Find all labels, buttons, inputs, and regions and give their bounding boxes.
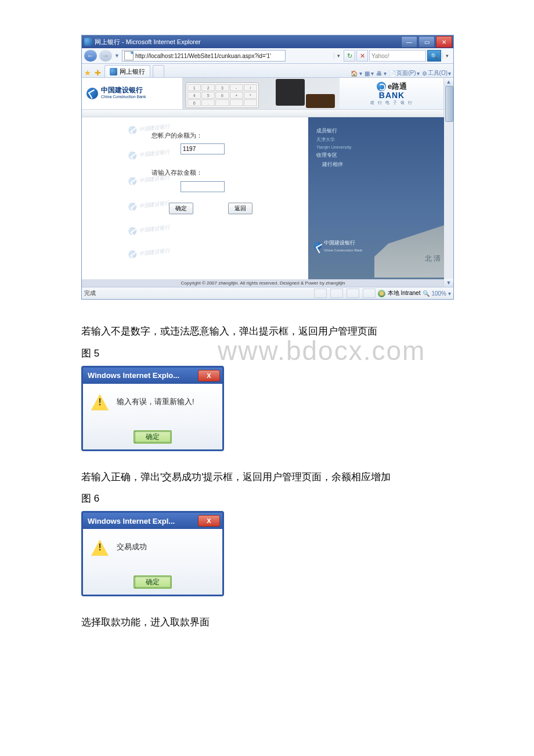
- search-input[interactable]: Yahoo!: [369, 50, 426, 62]
- building-graphic: [374, 225, 444, 278]
- amount-input[interactable]: [181, 181, 225, 192]
- browser-tab[interactable]: 网上银行: [104, 65, 150, 77]
- search-button[interactable]: 🔍: [427, 50, 441, 62]
- rp-l4: 建行相伴: [322, 161, 444, 168]
- elt-icon: [377, 82, 386, 91]
- rp-l2: Tianjin University: [316, 145, 444, 150]
- status-bar: 完成 本地 Intranet 🔍 100% ▾: [82, 287, 453, 299]
- ccb-low-brand: 中国建设银行 China Construction Bank: [314, 236, 362, 255]
- search-dropdown[interactable]: ▾: [442, 53, 451, 59]
- dialog-title-1: Windows Internet Explo...: [88, 371, 179, 380]
- close-button[interactable]: ✕: [436, 36, 452, 48]
- refresh-button[interactable]: ↻: [344, 50, 355, 62]
- description-2: 若输入正确，弹出'交易成功'提示框，返回用户管理页面，余额相应增加: [81, 469, 453, 487]
- abacus-graphic: [306, 94, 335, 108]
- error-dialog: Windows Internet Explo... X 输入有误，请重新输入! …: [81, 366, 224, 451]
- tab-ie-icon: [110, 68, 117, 75]
- address-dropdown[interactable]: ▾: [334, 53, 342, 59]
- page-content: ▲ ▼ 中国建设银行 China Construction Bank 123-/…: [82, 78, 453, 287]
- status-text: 完成: [84, 289, 96, 297]
- form-column: 中国建设银行 中国建设银行 中国建设银行 中国建设银行 中国建设银行 中国建设银…: [146, 117, 308, 279]
- dialog-title-2: Windows Internet Expl...: [88, 517, 175, 525]
- zone-icon: [378, 290, 385, 297]
- success-dialog: Windows Internet Expl... X 交易成功 确定: [81, 511, 224, 596]
- tab-bar: ★ ✚ 网上银行 🏠 ▾ ▦ ▾ 🖶 ▾ 📄 页面(P) ▾ ⚙ 工具(O) ▾: [82, 64, 453, 78]
- ie-icon: [84, 38, 92, 46]
- ie-browser-screenshot: 网上银行 - Microsoft Internet Explorer — ▭ ✕…: [81, 35, 454, 300]
- new-tab-button[interactable]: [153, 65, 164, 77]
- forward-button[interactable]: →: [99, 50, 112, 62]
- elt-sub: 建 行 电 子 银 行: [370, 100, 413, 106]
- figure-6-label: 图 6: [81, 492, 453, 505]
- dialog-message-2: 交易成功: [117, 539, 147, 552]
- page-footer: Copyright © 2007 zhanglijin. All rights …: [82, 279, 444, 287]
- divider-bar: [82, 109, 444, 117]
- dialog-ok-button-1[interactable]: 确定: [134, 430, 172, 444]
- warning-icon-2: [91, 539, 109, 556]
- add-favorite-icon[interactable]: ✚: [95, 69, 101, 77]
- bank-name-cn: 中国建设银行: [101, 87, 146, 93]
- url-text: http://localhost:1211/WebSite11/cunkuan.…: [135, 53, 271, 59]
- ccb-logo-icon: [86, 88, 98, 99]
- history-dropdown[interactable]: ▼: [114, 53, 120, 59]
- feed-menu[interactable]: ▦ ▾: [365, 70, 374, 77]
- tools-menu[interactable]: ⚙ 工具(O) ▾: [422, 69, 451, 77]
- page-menu[interactable]: 📄 页面(P) ▾: [389, 69, 419, 77]
- nav-bar: ← → ▼ http://localhost:1211/WebSite11/cu…: [82, 48, 453, 64]
- back-button-form[interactable]: 返回: [228, 203, 252, 214]
- dialog-close-button[interactable]: X: [198, 370, 220, 381]
- home-menu[interactable]: 🏠 ▾: [351, 70, 362, 77]
- favorites-star-icon[interactable]: ★: [84, 69, 91, 77]
- rp-l3: 收理专区: [316, 152, 444, 159]
- description-1: 若输入不是数字，或违法恶意输入，弹出提示框，返回用户管理页面: [81, 323, 453, 341]
- address-bar[interactable]: http://localhost:1211/WebSite11/cunkuan.…: [122, 50, 286, 62]
- dialog-message-1: 输入有误，请重新输入!: [117, 394, 194, 407]
- dialog-ok-button-2[interactable]: 确定: [134, 575, 172, 589]
- scroll-thumb[interactable]: [445, 86, 453, 122]
- zoom-control[interactable]: 🔍 100% ▾: [423, 290, 451, 297]
- maximize-button[interactable]: ▭: [418, 36, 435, 48]
- minimize-button[interactable]: —: [401, 36, 417, 48]
- stop-button[interactable]: ✕: [356, 50, 368, 62]
- elt-bank: BANK: [379, 91, 405, 100]
- print-menu[interactable]: 🖶 ▾: [376, 70, 387, 77]
- warning-icon: [91, 394, 109, 411]
- vertical-scrollbar[interactable]: ▲ ▼: [443, 78, 453, 287]
- bank-name-en: China Construction Bank: [101, 93, 146, 100]
- scroll-up-button[interactable]: ▲: [444, 78, 453, 86]
- right-panel: 成员银行 天津大学 Tianjin University 收理专区 建行相伴 北…: [308, 117, 444, 279]
- keypad-graphic: 123-/456+*0.: [186, 82, 259, 108]
- zone-text: 本地 Intranet: [388, 289, 421, 297]
- tab-label: 网上银行: [120, 67, 145, 76]
- scroll-down-button[interactable]: ▼: [444, 279, 453, 287]
- page-banner: 中国建设银行 China Construction Bank 123-/456+…: [82, 78, 444, 109]
- calculator-graphic: [276, 79, 305, 106]
- figure-5-label: 图 5: [81, 347, 453, 360]
- page-icon: [124, 51, 134, 60]
- building-text: 北 清: [425, 254, 441, 264]
- window-title: 网上银行 - Microsoft Internet Explorer: [95, 38, 201, 46]
- description-3: 选择取款功能，进入取款界面: [81, 614, 453, 632]
- rp-l1: 成员银行: [316, 127, 444, 135]
- dialog-close-button-2[interactable]: X: [198, 515, 220, 527]
- back-button[interactable]: ←: [84, 50, 97, 62]
- window-titlebar: 网上银行 - Microsoft Internet Explorer — ▭ ✕: [82, 35, 453, 48]
